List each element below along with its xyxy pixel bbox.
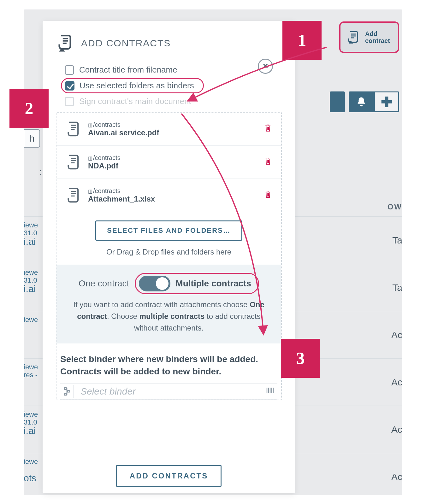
callout-2: 2 xyxy=(9,89,49,128)
contract-mode-toggle[interactable] xyxy=(139,276,170,291)
add-contracts-modal: ADD CONTRACTS ✕ Contract title from file… xyxy=(43,21,295,493)
add-contract-label: Add contract xyxy=(365,30,390,44)
checkbox-title-from-filename[interactable]: Contract title from filename xyxy=(65,65,282,75)
toggle-knob xyxy=(156,277,169,290)
checkbox-label: Use selected folders as binders xyxy=(80,81,194,91)
checkbox-label: Contract title from filename xyxy=(79,65,177,75)
barcode-icon xyxy=(263,387,277,396)
toggle-help-text: If you want to add contract with attachm… xyxy=(66,299,272,334)
select-files-button[interactable]: SELECT FILES AND FOLDERS… xyxy=(95,220,242,241)
file-row: /contracts NDA.pdf xyxy=(56,146,281,179)
add-contract-button[interactable]: Add contract xyxy=(339,21,399,53)
bell-icon xyxy=(356,97,367,107)
file-path: /contracts xyxy=(88,121,257,128)
modal-title: ADD CONTRACTS xyxy=(81,38,171,49)
add-contracts-button[interactable]: ADD CONTRACTS xyxy=(116,465,222,487)
bg-search-fragment: h xyxy=(24,129,40,148)
toggle-right-label: Multiple contracts xyxy=(175,278,251,289)
plus-button[interactable]: ✚ xyxy=(374,91,399,112)
tree-icon xyxy=(60,385,74,398)
file-path: /contracts xyxy=(88,187,257,195)
binder-select[interactable]: Select binder xyxy=(60,383,277,400)
toggle-left-label: One contract xyxy=(79,278,129,289)
bg-col-header: OW xyxy=(388,202,402,211)
dragdrop-hint: Or Drag & Drop files and folders here xyxy=(56,248,281,256)
checkbox-icon xyxy=(65,65,74,75)
checkbox-sign-main-doc: Sign contract's main document xyxy=(65,97,282,106)
binder-section: Select binder where new binders will be … xyxy=(56,343,281,400)
close-button[interactable]: ✕ xyxy=(258,59,273,74)
delete-file-button[interactable] xyxy=(264,157,272,167)
bg-toolbar: ✚ xyxy=(330,91,399,112)
document-icon xyxy=(66,121,81,137)
file-row: /contracts Aivan.ai service.pdf xyxy=(56,113,281,146)
page-backdrop: h : Add contract ✚ OW iewe31.0 i.ai Ta xyxy=(24,9,402,495)
toggle-highlight: Multiple contracts xyxy=(135,273,259,294)
file-row: /contracts Attachment_1.xlsx xyxy=(56,179,281,212)
callout-1: 1 xyxy=(282,21,322,60)
modal-footer: ADD CONTRACTS xyxy=(43,459,295,493)
contract-mode-section: One contract Multiple contracts If you w… xyxy=(56,265,281,343)
file-dropzone[interactable]: /contracts Aivan.ai service.pdf /contrac… xyxy=(56,112,282,400)
checkbox-folders-as-binders[interactable]: Use selected folders as binders xyxy=(61,78,204,93)
document-icon xyxy=(66,187,81,203)
contract-upload-icon xyxy=(346,30,361,45)
checkbox-icon xyxy=(65,81,74,91)
binder-heading: Select binder where new binders will be … xyxy=(60,353,277,378)
bell-button[interactable] xyxy=(349,91,374,112)
close-icon: ✕ xyxy=(263,62,268,70)
trash-icon xyxy=(264,157,272,165)
callout-3: 3 xyxy=(281,339,320,378)
contract-upload-icon xyxy=(56,34,74,52)
trash-icon xyxy=(264,190,272,198)
delete-file-button[interactable] xyxy=(264,190,272,200)
file-name: Attachment_1.xlsx xyxy=(88,195,257,203)
checkbox-icon xyxy=(65,97,74,106)
document-icon xyxy=(66,154,81,170)
file-name: Aivan.ai service.pdf xyxy=(88,128,257,137)
trash-icon xyxy=(264,124,272,132)
binder-placeholder: Select binder xyxy=(80,384,257,399)
bg-toolbar-fragment[interactable] xyxy=(330,91,345,112)
file-name: NDA.pdf xyxy=(88,161,257,170)
checkbox-label: Sign contract's main document xyxy=(79,97,191,106)
delete-file-button[interactable] xyxy=(264,124,272,134)
file-path: /contracts xyxy=(88,154,257,161)
bg-colon: : xyxy=(39,167,42,177)
